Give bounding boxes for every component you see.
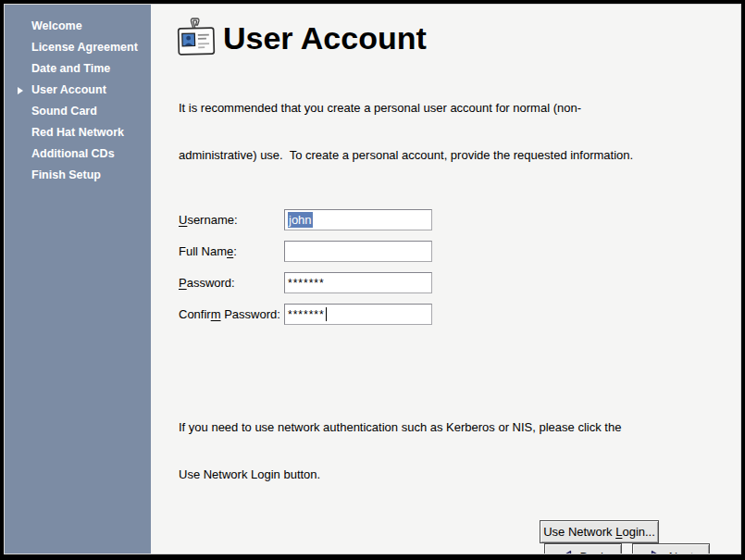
sidebar-item-red-hat-network[interactable]: Red Hat Network [5,122,151,143]
network-login-button-row: Use Network Login... [179,520,659,543]
password-label: Password: [179,276,284,290]
current-step-arrow-icon [18,87,23,94]
sidebar-item-label: Welcome [31,19,82,32]
confirm-password-row: Confirm Password: ******* [179,304,740,325]
sidebar-item-label: User Account [31,83,106,96]
sidebar-item-label: License Agreement [31,41,138,54]
sidebar-item-label: Finish Setup [31,168,101,181]
back-button[interactable]: Back [544,543,622,554]
sidebar-item-user-account[interactable]: User Account [5,80,151,101]
username-label: Username: [179,213,284,227]
id-badge-icon [176,17,217,59]
text-caret [326,307,327,321]
page-header: User Account [176,17,740,59]
sidebar-item-label: Date and Time [31,62,110,75]
page-title: User Account [223,20,427,56]
window-content: Welcome License Agreement Date and Time … [4,4,741,554]
password-input[interactable]: ******* [284,272,432,293]
use-network-login-button[interactable]: Use Network Login... [540,520,659,543]
intro-line-2: administrative) use. To create a persona… [179,147,740,163]
full-name-label: Full Name: [179,244,284,258]
intro-line-1: It is recommended that you create a pers… [179,100,740,116]
sidebar-item-label: Red Hat Network [31,126,124,139]
username-input[interactable]: john [284,209,432,230]
selected-text: john [288,212,313,228]
network-auth-line-1: If you need to use network authenticatio… [179,419,740,435]
sidebar-item-finish-setup[interactable]: Finish Setup [5,165,151,186]
confirm-password-label: Confirm Password: [179,307,284,321]
full-name-row: Full Name: [179,241,740,262]
sidebar-item-welcome[interactable]: Welcome [5,16,151,37]
network-auth-line-2: Use Network Login button. [179,467,740,482]
sidebar-item-additional-cds[interactable]: Additional CDs [5,143,151,165]
wizard-steps-sidebar: Welcome License Agreement Date and Time … [5,5,151,554]
main-panel: User Account It is recommended that you … [151,5,740,554]
back-arrow-icon [560,550,574,554]
sidebar-item-license-agreement[interactable]: License Agreement [5,37,151,58]
setup-wizard-window: Welcome License Agreement Date and Time … [0,0,745,560]
full-name-input[interactable] [284,241,432,262]
sidebar-item-date-and-time[interactable]: Date and Time [5,58,151,80]
user-account-form: Username: john Full Name: Password: ****… [179,209,740,335]
sidebar-item-label: Additional CDs [31,147,115,160]
wizard-nav-buttons: Back Next [151,543,710,554]
next-button[interactable]: Next [632,543,710,554]
username-row: Username: john [179,209,740,230]
network-auth-text: If you need to use network authenticatio… [179,388,740,514]
confirm-password-input[interactable]: ******* [284,304,432,325]
intro-text: It is recommended that you create a pers… [179,68,740,194]
sidebar-item-sound-card[interactable]: Sound Card [5,101,151,122]
next-arrow-icon [649,550,663,554]
sidebar-item-label: Sound Card [31,105,97,118]
password-row: Password: ******* [179,272,740,293]
